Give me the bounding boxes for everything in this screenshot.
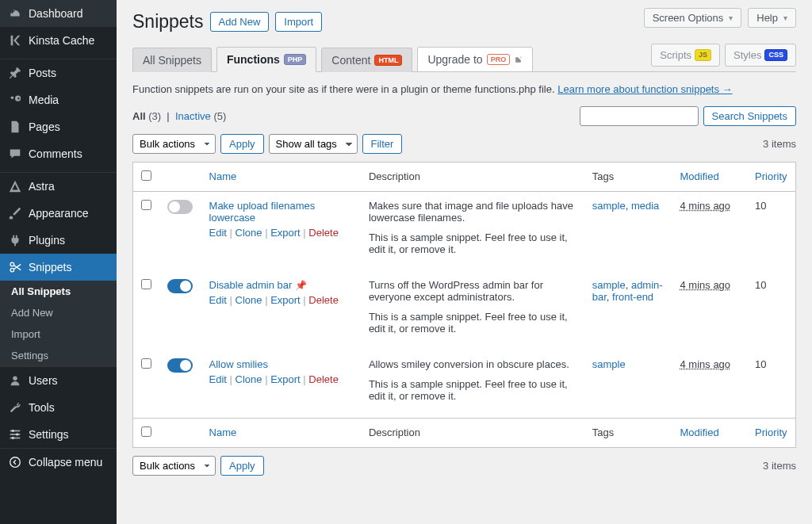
- filter-button[interactable]: Filter: [362, 134, 403, 154]
- row-checkbox[interactable]: [141, 358, 151, 369]
- edit-link[interactable]: Edit: [209, 373, 227, 385]
- sidebar-item-comments[interactable]: Comments: [0, 140, 117, 167]
- bulk-actions-select-bottom[interactable]: Bulk actions: [132, 456, 216, 476]
- active-toggle[interactable]: [167, 358, 193, 373]
- column-modified-footer[interactable]: Modified: [680, 426, 718, 438]
- snippet-description-note: This is a sample snippet. Feel free to u…: [369, 378, 576, 402]
- brush-icon: [8, 206, 22, 220]
- sidebar-item-dashboard[interactable]: Dashboard: [0, 0, 117, 27]
- php-badge: PHP: [284, 54, 307, 66]
- apply-button-bottom[interactable]: Apply: [220, 456, 264, 476]
- row-checkbox[interactable]: [141, 279, 151, 289]
- tag-link[interactable]: sample: [592, 279, 626, 291]
- sidebar-item-posts[interactable]: Posts: [0, 59, 117, 86]
- sidebar-item-appearance[interactable]: Appearance: [0, 200, 117, 227]
- tags-filter-select[interactable]: Show all tags: [269, 134, 358, 154]
- tab-scripts[interactable]: ScriptsJS: [651, 44, 720, 67]
- tag-link[interactable]: front-end: [612, 291, 653, 303]
- edit-link[interactable]: Edit: [209, 294, 227, 306]
- screen-options-button[interactable]: Screen Options: [644, 8, 742, 28]
- sidebar-item-astra[interactable]: Astra: [0, 172, 117, 200]
- column-priority[interactable]: Priority: [755, 170, 787, 182]
- column-description-footer: Description: [361, 418, 584, 447]
- tab-content[interactable]: ContentHTML: [321, 48, 412, 72]
- snippet-priority: 10: [747, 192, 795, 271]
- sidebar-item-label: Pages: [29, 120, 60, 133]
- sidebar-item-users[interactable]: Users: [0, 366, 117, 394]
- clone-link[interactable]: Clone: [236, 294, 262, 306]
- sidebar-item-snippets[interactable]: Snippets: [0, 254, 117, 281]
- snippet-description-note: This is a sample snippet. Feel free to u…: [369, 311, 576, 335]
- tag-link[interactable]: media: [631, 200, 659, 212]
- apply-button[interactable]: Apply: [220, 134, 264, 154]
- modified-time: 4 mins ago: [680, 279, 730, 291]
- snippet-title-link[interactable]: Make upload filenames lowercase: [209, 200, 316, 224]
- wrench-icon: [8, 400, 22, 415]
- tab-functions[interactable]: FunctionsPHP: [216, 47, 316, 72]
- delete-link[interactable]: Delete: [308, 227, 339, 239]
- submenu-add-new[interactable]: Add New: [0, 302, 117, 323]
- select-all-checkbox[interactable]: [141, 170, 151, 181]
- filter-row: All (3) | Inactive (5) Search Snippets: [132, 106, 796, 126]
- submenu-import[interactable]: Import: [0, 323, 117, 345]
- sidebar-item-label: Plugins: [29, 234, 65, 247]
- submenu-settings[interactable]: Settings: [0, 345, 117, 366]
- row-checkbox[interactable]: [141, 200, 151, 210]
- delete-link[interactable]: Delete: [308, 294, 339, 306]
- sidebar-item-tools[interactable]: Tools: [0, 394, 117, 421]
- modified-time: 4 mins ago: [680, 358, 730, 370]
- export-link[interactable]: Export: [270, 373, 301, 385]
- edit-link[interactable]: Edit: [209, 227, 227, 239]
- row-actions: Edit | Clone | Export | Delete: [209, 373, 353, 385]
- column-modified[interactable]: Modified: [680, 170, 718, 182]
- items-count-bottom: 3 items: [763, 460, 796, 472]
- clone-link[interactable]: Clone: [236, 373, 262, 385]
- sidebar-item-settings[interactable]: Settings: [0, 421, 117, 448]
- sidebar-item-plugins[interactable]: Plugins: [0, 227, 117, 254]
- collapse-label: Collapse menu: [29, 456, 102, 469]
- snippet-title-link[interactable]: Disable admin bar: [209, 279, 293, 291]
- astra-icon: [8, 179, 22, 193]
- add-new-button[interactable]: Add New: [210, 12, 270, 32]
- column-name-footer[interactable]: Name: [209, 426, 237, 438]
- submenu-all-snippets[interactable]: All Snippets: [0, 281, 117, 302]
- learn-more-link[interactable]: Learn more about function snippets →: [557, 83, 732, 95]
- export-link[interactable]: Export: [270, 294, 301, 306]
- help-button[interactable]: Help: [748, 8, 796, 28]
- column-tags: Tags: [584, 163, 672, 192]
- sidebar-item-media[interactable]: Media: [0, 86, 117, 113]
- active-toggle[interactable]: [167, 279, 193, 293]
- column-priority-footer[interactable]: Priority: [755, 426, 787, 438]
- snippet-description: Makes sure that image and file uploads h…: [369, 200, 576, 224]
- tag-link[interactable]: sample: [592, 200, 626, 212]
- user-icon: [8, 373, 22, 388]
- bulk-actions-select[interactable]: Bulk actions: [132, 134, 216, 154]
- tab-styles[interactable]: StylesCSS: [725, 44, 796, 67]
- filter-inactive[interactable]: Inactive: [175, 110, 211, 122]
- export-link[interactable]: Export: [270, 227, 301, 239]
- collapse-menu[interactable]: Collapse menu: [0, 448, 117, 476]
- sidebar-item-label: Settings: [29, 428, 69, 441]
- snippet-priority: 10: [747, 271, 795, 350]
- delete-link[interactable]: Delete: [308, 373, 339, 385]
- import-button[interactable]: Import: [275, 12, 322, 32]
- column-tags-footer: Tags: [584, 418, 672, 447]
- search-input[interactable]: [580, 106, 699, 126]
- sidebar-item-label: Snippets: [29, 261, 71, 273]
- column-name[interactable]: Name: [209, 170, 237, 182]
- search-button[interactable]: Search Snippets: [703, 106, 796, 126]
- select-all-checkbox-footer[interactable]: [141, 426, 151, 437]
- table-row: Disable admin bar 📌 Edit | Clone | Expor…: [133, 271, 795, 350]
- sidebar-item-label: Posts: [29, 67, 56, 79]
- active-toggle[interactable]: [167, 200, 193, 214]
- snippet-title-link[interactable]: Allow smilies: [209, 358, 268, 370]
- filter-all[interactable]: All: [132, 110, 146, 122]
- tab-upgrade[interactable]: Upgrade toPRO: [417, 47, 533, 72]
- tab-all-snippets[interactable]: All Snippets: [132, 48, 212, 72]
- main-content: Screen Options Help Snippets Add New Imp…: [117, 0, 812, 524]
- sidebar-item-pages[interactable]: Pages: [0, 113, 117, 140]
- sidebar-item-kinsta[interactable]: Kinsta Cache: [0, 27, 117, 54]
- sidebar-item-label: Tools: [29, 401, 55, 414]
- tag-link[interactable]: sample: [592, 358, 626, 370]
- clone-link[interactable]: Clone: [236, 227, 262, 239]
